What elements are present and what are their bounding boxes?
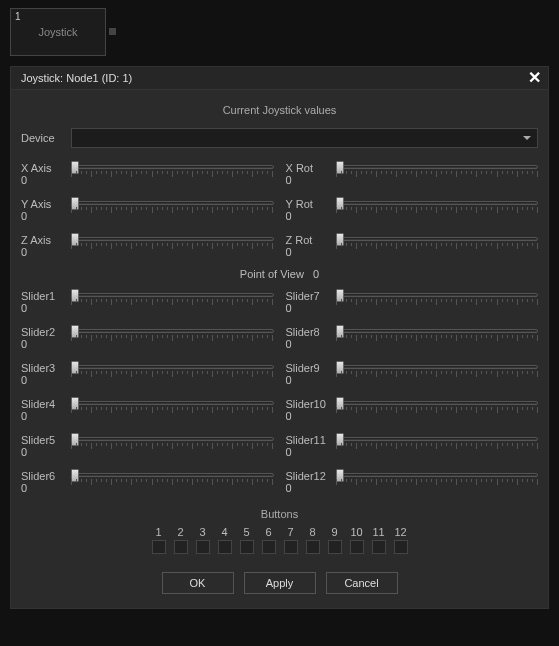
slider-slider4-row: Slider40 — [21, 398, 274, 422]
slider-slider11-slider[interactable] — [336, 434, 539, 451]
joy-button-indicator[interactable] — [240, 540, 254, 554]
slider-slider3-slider[interactable] — [71, 362, 274, 379]
slider-slider11-track — [336, 437, 539, 441]
slider-slider12-name: Slider12 — [286, 470, 336, 482]
slider-slider4-value: 0 — [21, 410, 71, 422]
joy-button-label: 11 — [372, 526, 384, 538]
joy-button-8: 8 — [304, 526, 321, 554]
joy-button-indicator[interactable] — [218, 540, 232, 554]
axes-grid: X Axis0Y Axis0Z Axis0 X Rot0Y Rot0Z Rot0 — [21, 162, 538, 258]
slider-slider2-slider[interactable] — [71, 326, 274, 343]
joy-button-label: 9 — [331, 526, 337, 538]
slider-slider2-name: Slider2 — [21, 326, 71, 338]
device-select[interactable] — [71, 128, 538, 148]
joy-button-3: 3 — [194, 526, 211, 554]
slider-slider3-labels: Slider30 — [21, 362, 71, 386]
joy-button-indicator[interactable] — [350, 540, 364, 554]
slider-slider9-labels: Slider90 — [286, 362, 336, 386]
joy-button-9: 9 — [326, 526, 343, 554]
axis-y-axis-labels: Y Axis0 — [21, 198, 71, 222]
slider-slider1-track — [71, 293, 274, 297]
slider-slider1-value: 0 — [21, 302, 71, 314]
axis-y-axis-name: Y Axis — [21, 198, 71, 210]
axis-y-rot-name: Y Rot — [286, 198, 336, 210]
apply-button[interactable]: Apply — [244, 572, 316, 594]
joy-button-7: 7 — [282, 526, 299, 554]
panel-body: Current Joystick values Device X Axis0Y … — [10, 90, 549, 609]
axis-x-axis-row: X Axis0 — [21, 162, 274, 186]
axis-x-rot-labels: X Rot0 — [286, 162, 336, 186]
slider-slider5-slider[interactable] — [71, 434, 274, 451]
joy-button-indicator[interactable] — [394, 540, 408, 554]
joy-button-indicator[interactable] — [372, 540, 386, 554]
slider-slider8-name: Slider8 — [286, 326, 336, 338]
slider-slider11-labels: Slider110 — [286, 434, 336, 458]
slider-slider9-track — [336, 365, 539, 369]
slider-slider6-slider[interactable] — [71, 470, 274, 487]
section-title: Current Joystick values — [21, 104, 538, 116]
axis-y-axis-row: Y Axis0 — [21, 198, 274, 222]
slider-slider12-slider[interactable] — [336, 470, 539, 487]
joy-button-indicator[interactable] — [328, 540, 342, 554]
axis-z-rot-track — [336, 237, 539, 241]
device-label: Device — [21, 132, 71, 144]
slider-slider12-track — [336, 473, 539, 477]
tab-label: Joystick — [38, 26, 77, 38]
axis-y-rot-row: Y Rot0 — [286, 198, 539, 222]
axis-z-axis-row: Z Axis0 — [21, 234, 274, 258]
close-button[interactable]: ✕ — [526, 70, 542, 86]
axis-x-axis-slider[interactable] — [71, 162, 274, 179]
joy-button-indicator[interactable] — [174, 540, 188, 554]
joy-button-5: 5 — [238, 526, 255, 554]
slider-slider7-row: Slider70 — [286, 290, 539, 314]
joy-button-1: 1 — [150, 526, 167, 554]
slider-slider8-row: Slider80 — [286, 326, 539, 350]
slider-slider1-name: Slider1 — [21, 290, 71, 302]
axis-z-axis-slider[interactable] — [71, 234, 274, 251]
slider-slider4-labels: Slider40 — [21, 398, 71, 422]
slider-slider1-slider[interactable] — [71, 290, 274, 307]
axis-y-rot-track — [336, 201, 539, 205]
axis-z-axis-labels: Z Axis0 — [21, 234, 71, 258]
axis-x-rot-slider[interactable] — [336, 162, 539, 179]
slider-slider10-row: Slider100 — [286, 398, 539, 422]
joy-button-12: 12 — [392, 526, 409, 554]
joy-button-label: 3 — [199, 526, 205, 538]
joy-button-indicator[interactable] — [152, 540, 166, 554]
cancel-button[interactable]: Cancel — [326, 572, 398, 594]
close-icon: ✕ — [528, 70, 541, 86]
slider-slider8-slider[interactable] — [336, 326, 539, 343]
joy-buttons-row: 123456789101112 — [21, 526, 538, 554]
axis-x-rot-name: X Rot — [286, 162, 336, 174]
joy-button-indicator[interactable] — [196, 540, 210, 554]
slider-slider4-name: Slider4 — [21, 398, 71, 410]
slider-slider2-labels: Slider20 — [21, 326, 71, 350]
joy-button-indicator[interactable] — [306, 540, 320, 554]
slider-slider7-slider[interactable] — [336, 290, 539, 307]
slider-slider3-value: 0 — [21, 374, 71, 386]
slider-slider6-value: 0 — [21, 482, 71, 494]
axis-z-rot-labels: Z Rot0 — [286, 234, 336, 258]
joy-button-indicator[interactable] — [284, 540, 298, 554]
slider-slider4-track — [71, 401, 274, 405]
joy-button-indicator[interactable] — [262, 540, 276, 554]
slider-slider7-name: Slider7 — [286, 290, 336, 302]
axis-y-axis-slider[interactable] — [71, 198, 274, 215]
joy-button-10: 10 — [348, 526, 365, 554]
joy-button-label: 2 — [177, 526, 183, 538]
slider-slider12-labels: Slider120 — [286, 470, 336, 494]
axis-z-rot-slider[interactable] — [336, 234, 539, 251]
slider-slider10-slider[interactable] — [336, 398, 539, 415]
tab-handle[interactable] — [109, 28, 116, 35]
axis-y-rot-slider[interactable] — [336, 198, 539, 215]
axis-z-rot-value: 0 — [286, 246, 336, 258]
slider-slider9-slider[interactable] — [336, 362, 539, 379]
tab-joystick[interactable]: 1 Joystick — [10, 8, 106, 56]
slider-slider4-slider[interactable] — [71, 398, 274, 415]
slider-slider3-track — [71, 365, 274, 369]
slider-slider8-value: 0 — [286, 338, 336, 350]
joy-button-label: 1 — [155, 526, 161, 538]
ok-button[interactable]: OK — [162, 572, 234, 594]
joy-button-4: 4 — [216, 526, 233, 554]
slider-slider8-labels: Slider80 — [286, 326, 336, 350]
